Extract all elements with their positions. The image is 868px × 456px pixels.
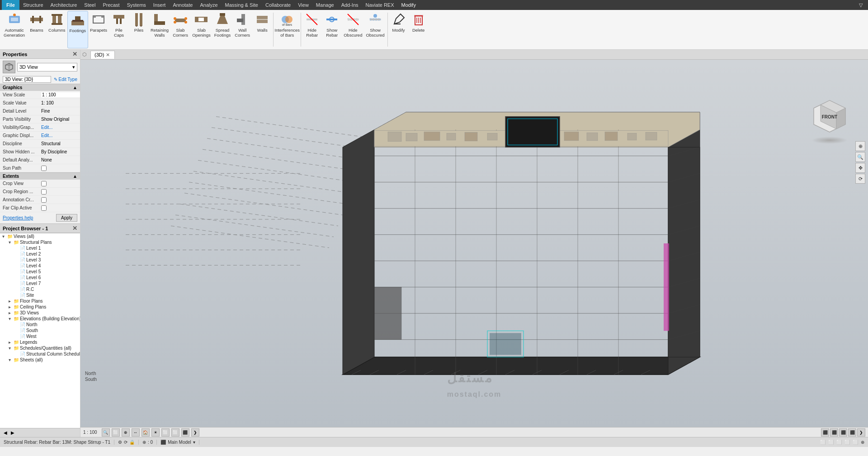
ribbon-btn-hide-rebar[interactable]: HideRebar xyxy=(302,11,322,48)
prop-checkbox-crop-view[interactable] xyxy=(41,181,47,186)
file-menu[interactable]: File xyxy=(2,0,19,10)
apply-btn[interactable]: Apply xyxy=(56,214,77,222)
status-right-btn-4[interactable]: ⬜ xyxy=(844,440,850,445)
status-icon-3[interactable]: 🔒 xyxy=(129,440,135,445)
status-icon-1[interactable]: ⚙ xyxy=(118,440,122,445)
tree-item-north[interactable]: 📄 North xyxy=(0,322,80,328)
prop-view-selector[interactable]: 3D View: {3D} xyxy=(3,76,51,83)
ribbon-btn-modify[interactable]: Modify xyxy=(389,11,409,48)
ribbon-btn-slab-corners[interactable]: SlabCorners xyxy=(170,11,190,48)
prop-checkbox-far-clip[interactable] xyxy=(41,205,47,211)
menu-collaborate[interactable]: Collaborate xyxy=(262,0,294,10)
ribbon-btn-spread-footings[interactable]: SpreadFootings xyxy=(212,11,232,48)
tree-item-3d-views[interactable]: ▸ 📁 3D Views xyxy=(0,310,80,316)
quick-access[interactable]: ▽ xyxy=(855,0,866,10)
tree-item-rc[interactable]: 📄 R.C xyxy=(0,286,80,292)
menu-addins[interactable]: Add-Ins xyxy=(338,0,362,10)
vbb-btn-4[interactable]: ↔ xyxy=(132,428,140,437)
ribbon-btn-walls[interactable]: Walls xyxy=(252,11,272,48)
view-tab-3d[interactable]: (3D) ✕ xyxy=(90,51,115,59)
steering-wheel-btn[interactable]: ⊕ xyxy=(855,141,865,151)
prop-val-visibility[interactable]: Edit... xyxy=(41,125,77,130)
extents-section-header[interactable]: Extents ▲ xyxy=(0,172,80,180)
vbb-right-btn-1[interactable]: ⬛ xyxy=(821,428,829,437)
menu-structure[interactable]: Structure xyxy=(19,0,47,10)
vbb-btn-5[interactable]: 🏠 xyxy=(142,428,150,437)
ribbon-btn-pile-caps[interactable]: PileCaps xyxy=(109,11,129,48)
pan-btn[interactable]: ✥ xyxy=(855,163,865,173)
status-right-btn-3[interactable]: ⬜ xyxy=(836,440,842,445)
menu-insert[interactable]: Insert xyxy=(150,0,170,10)
menu-manage[interactable]: Manage xyxy=(312,0,338,10)
tree-scroll-right[interactable]: ▶ xyxy=(9,429,16,437)
menu-annotate[interactable]: Annotate xyxy=(169,0,196,10)
vbb-right-btn-4[interactable]: ⬛ xyxy=(848,428,856,437)
ribbon-btn-beams[interactable]: Beams xyxy=(27,11,47,48)
orbit-btn[interactable]: ⟳ xyxy=(855,174,865,184)
vbb-right-btn-5[interactable]: ❯ xyxy=(857,428,865,437)
ribbon-btn-auto-gen[interactable]: AutomaticGeneration xyxy=(2,11,27,48)
nav-cube[interactable]: FRONT xyxy=(809,96,850,137)
ribbon-btn-parapets[interactable]: Parapets xyxy=(88,11,109,48)
prop-val-graphic-disp[interactable]: Edit... xyxy=(41,133,77,138)
tree-scroll-left[interactable]: ◀ xyxy=(2,429,9,437)
vbb-right-btn-3[interactable]: ⬛ xyxy=(839,428,847,437)
status-right-btn-5[interactable]: ⬜ xyxy=(853,440,858,445)
tree-item-sheets[interactable]: ▾ 📁 Sheets (all) xyxy=(0,357,80,363)
tree-item-west[interactable]: 📄 West xyxy=(0,333,80,339)
viewport[interactable]: FRONT ⊕ 🔍 ✥ ⟳ مستقلmostaql.com North Sou… xyxy=(80,60,868,427)
menu-massing[interactable]: Massing & Site xyxy=(222,0,262,10)
menu-precast[interactable]: Precast xyxy=(99,0,123,10)
ribbon-btn-cont-footings[interactable]: Footings xyxy=(67,11,88,48)
graphics-section-header[interactable]: Graphics ▲ xyxy=(0,84,80,91)
vbb-btn-10[interactable]: ❯ xyxy=(191,428,199,437)
prop-checkbox-sun-path[interactable] xyxy=(41,166,47,171)
tree-item-legends[interactable]: ▸ 📁 Legends xyxy=(0,339,80,345)
zoom-btn[interactable]: 🔍 xyxy=(855,152,865,162)
view-tab-close[interactable]: ✕ xyxy=(106,52,110,58)
menu-steel[interactable]: Steel xyxy=(80,0,99,10)
tree-item-ceiling-plans[interactable]: ▸ 📁 Ceiling Plans xyxy=(0,304,80,310)
tree-item-south[interactable]: 📄 South xyxy=(0,328,80,333)
ribbon-btn-piles[interactable]: Piles xyxy=(129,11,149,48)
menu-modify[interactable]: Modify xyxy=(398,0,420,10)
ribbon-btn-show-rebar[interactable]: ShowRebar xyxy=(322,11,342,48)
menu-naviate[interactable]: Naviate REX xyxy=(362,0,398,10)
vbb-btn-7[interactable]: ⬜ xyxy=(161,428,170,437)
ribbon-btn-slab-openings[interactable]: SlabOpenings xyxy=(190,11,212,48)
tree-item-level6[interactable]: 📄 Level 6 xyxy=(0,275,80,280)
prop-type-dropdown[interactable]: 3D View ▾ xyxy=(17,63,77,71)
ribbon-btn-hide-obscured[interactable]: HideObscured xyxy=(342,11,364,48)
menu-analyze[interactable]: Analyze xyxy=(196,0,221,10)
vbb-btn-9[interactable]: ⬛ xyxy=(181,428,189,437)
vbb-btn-1[interactable]: 🔍 xyxy=(102,428,110,437)
tree-item-level1[interactable]: 📄 Level 1 xyxy=(0,245,80,251)
vbb-btn-3[interactable]: ⊕ xyxy=(122,428,130,437)
status-model-chevron[interactable]: ▾ xyxy=(193,440,195,445)
vbb-btn-6[interactable]: ☀ xyxy=(151,428,160,437)
vbb-btn-8[interactable]: ⬜ xyxy=(171,428,179,437)
prop-val-view-scale[interactable] xyxy=(41,92,80,97)
status-icon-2[interactable]: ⟳ xyxy=(124,440,127,445)
tree-item-floor-plans[interactable]: ▸ 📁 Floor Plans xyxy=(0,298,80,304)
ribbon-btn-columns[interactable]: Columns xyxy=(47,11,67,48)
tree-item-site[interactable]: 📄 Site xyxy=(0,292,80,298)
tree-item-elevations[interactable]: ▾ 📁 Elevations (Building Elevation) xyxy=(0,316,80,322)
tree-item-level3[interactable]: 📄 Level 3 xyxy=(0,257,80,263)
tree-item-level2[interactable]: 📄 Level 2 xyxy=(0,251,80,257)
tree-item-schedules[interactable]: ▾ 📁 Schedules/Quantities (all) xyxy=(0,345,80,351)
project-browser-close-btn[interactable]: ✕ xyxy=(72,225,77,232)
prop-help-link[interactable]: Properties help xyxy=(3,215,33,220)
ribbon-btn-retaining-walls[interactable]: RetainingWalls xyxy=(149,11,170,48)
ribbon-btn-delete[interactable]: Delete xyxy=(409,11,429,48)
status-right-btn-2[interactable]: ⬜ xyxy=(828,440,834,445)
menu-systems[interactable]: Systems xyxy=(123,0,150,10)
prop-checkbox-annotation-cr[interactable] xyxy=(41,197,47,203)
tree-item-col-schedule[interactable]: 📄 Structural Column Schedule xyxy=(0,351,80,357)
prop-checkbox-crop-region[interactable] xyxy=(41,189,47,195)
edit-type-btn[interactable]: ✎ Edit Type xyxy=(54,77,77,82)
properties-close-btn[interactable]: ✕ xyxy=(72,51,77,57)
tree-item-views-all[interactable]: ▾ 📁 Views (all) xyxy=(0,233,80,239)
status-right-btn-6[interactable]: ⊕ xyxy=(861,440,864,445)
tree-item-level4[interactable]: 📄 Level 4 xyxy=(0,263,80,269)
